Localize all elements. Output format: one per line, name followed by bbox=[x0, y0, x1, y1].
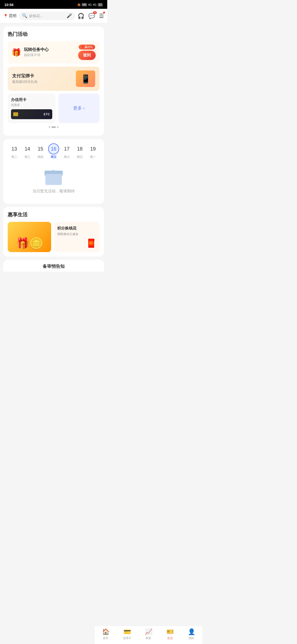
menu-button[interactable]: ☰ bbox=[99, 13, 104, 19]
teaser-section: 备审悄告知 bbox=[3, 260, 104, 272]
hui-right-subtitle: 领取微信立减金 bbox=[57, 232, 96, 236]
credit-card-subtitle: 优惠多 bbox=[11, 103, 52, 107]
menu-dot bbox=[103, 12, 105, 13]
cal-num-13: 13 bbox=[9, 143, 20, 154]
cal-day-16-active[interactable]: 16 周五 bbox=[48, 143, 60, 159]
cal-day-14[interactable]: 14 周三 bbox=[21, 143, 34, 159]
task-subtitle: 福利享不停 bbox=[24, 53, 78, 58]
task-info: 玩转任务中心 福利享不停 bbox=[24, 47, 78, 58]
cal-day-19[interactable]: 19 周一 bbox=[87, 143, 99, 159]
signal-4g-2: 4G bbox=[93, 3, 97, 6]
cal-day-18[interactable]: 18 周日 bbox=[74, 143, 86, 159]
calendar-section: 13 周二 14 周三 15 周四 16 周五 17 周六 18 周日 bbox=[3, 139, 104, 204]
cal-label-18: 周日 bbox=[77, 155, 83, 159]
hui-right-card[interactable]: 积分换钱花 领取微信立减金 🧧 bbox=[54, 222, 100, 252]
cal-label-16: 周五 bbox=[51, 155, 57, 159]
cal-num-19: 19 bbox=[87, 143, 98, 154]
message-badge: 4 bbox=[93, 11, 97, 14]
alipay-banner[interactable]: 支付宝绑卡 最高领103元礼包 📱 bbox=[8, 67, 100, 91]
cal-num-16: 16 bbox=[48, 143, 59, 154]
search-icon: 🔍 bbox=[22, 13, 28, 18]
alipay-text: 支付宝绑卡 最高领103元礼包 bbox=[12, 73, 37, 84]
cal-label-14: 周三 bbox=[24, 155, 31, 159]
main-content: 热门活动 🎁 玩转任务中心 福利享不停 🚩 赢好礼 签到 支付宝绑卡 最高领10… bbox=[0, 23, 107, 291]
hd-icon: HD bbox=[82, 3, 87, 6]
empty-text: 当日暂无活动，敬请期待 bbox=[32, 189, 75, 194]
header: 📍 昆明 🔍 缺钱花... 🎤 🎧 💬 4 ☰ bbox=[0, 9, 107, 23]
cal-day-13[interactable]: 13 周二 bbox=[8, 143, 20, 159]
flag-icon: 🚩 bbox=[81, 46, 84, 49]
hui-right-title: 积分换钱花 bbox=[57, 226, 96, 231]
credit-card-tile[interactable]: 办信用卡 优惠多 ETC bbox=[8, 94, 56, 123]
cal-label-15: 周四 bbox=[37, 155, 43, 159]
carousel-dots bbox=[8, 126, 100, 128]
cal-num-18: 18 bbox=[74, 143, 85, 154]
hot-activities-card: 热门活动 🎁 玩转任务中心 福利享不停 🚩 赢好礼 签到 支付宝绑卡 最高领10… bbox=[3, 26, 104, 136]
status-time: 10:56 bbox=[4, 3, 13, 7]
message-button[interactable]: 💬 4 bbox=[88, 13, 95, 19]
search-bar[interactable]: 🔍 缺钱花... 🎤 bbox=[19, 12, 75, 20]
dot-3 bbox=[57, 126, 59, 128]
calendar-row: 13 周二 14 周三 15 周四 16 周五 17 周六 18 周日 bbox=[8, 143, 100, 159]
box-icon: ✦ bbox=[44, 168, 63, 185]
header-actions: 🎧 💬 4 ☰ bbox=[78, 13, 104, 19]
checkin-button[interactable]: 签到 bbox=[78, 51, 96, 60]
task-center-row[interactable]: 🎁 玩转任务中心 福利享不停 🚩 赢好礼 签到 bbox=[8, 41, 100, 63]
box-body bbox=[45, 174, 62, 185]
alipay-image: 📱 bbox=[76, 70, 95, 87]
hui-left-card[interactable]: 🎁🪙 bbox=[8, 222, 51, 252]
customer-service-button[interactable]: 🎧 bbox=[78, 13, 84, 19]
cal-num-14: 14 bbox=[22, 143, 33, 154]
more-tile[interactable]: 更多 › bbox=[58, 94, 100, 123]
location-icon: 📍 bbox=[3, 14, 8, 18]
dot-2-active bbox=[51, 126, 56, 128]
hui-right-image: 🧧 bbox=[86, 238, 96, 248]
location-button[interactable]: 📍 昆明 bbox=[3, 13, 16, 18]
credit-card-title: 办信用卡 bbox=[11, 97, 52, 102]
voice-icon[interactable]: 🎤 bbox=[67, 13, 72, 18]
empty-state: ✦ 当日暂无活动，敬请期待 bbox=[8, 160, 100, 199]
dot-1 bbox=[49, 126, 50, 128]
cal-day-15[interactable]: 15 周四 bbox=[34, 143, 46, 159]
signal-4g-1: 4G bbox=[88, 3, 92, 6]
search-placeholder: 缺钱花... bbox=[29, 13, 65, 18]
hui-left-image: 🎁🪙 bbox=[16, 237, 43, 250]
cal-num-17: 17 bbox=[61, 143, 72, 154]
teaser-title: 备审悄告知 bbox=[8, 264, 100, 269]
task-action: 🚩 赢好礼 签到 bbox=[78, 45, 96, 60]
mute-icon: 🔕 bbox=[77, 3, 81, 6]
two-col-section: 办信用卡 优惠多 ETC 更多 › bbox=[8, 94, 100, 123]
more-label: 更多 › bbox=[73, 105, 85, 111]
alipay-title: 支付宝绑卡 bbox=[12, 73, 37, 79]
location-text: 昆明 bbox=[9, 13, 16, 18]
card-chip bbox=[13, 112, 18, 116]
hui-title: 惠享生活 bbox=[8, 211, 100, 218]
hui-section: 惠享生活 🎁🪙 积分换钱花 领取微信立减金 🧧 bbox=[3, 207, 104, 256]
hot-activities-title: 热门活动 bbox=[8, 31, 100, 37]
card-brand: ETC bbox=[44, 113, 50, 116]
cal-day-17[interactable]: 17 周六 bbox=[61, 143, 73, 159]
card-visual: ETC bbox=[11, 109, 52, 119]
win-badge: 🚩 赢好礼 bbox=[79, 45, 95, 50]
task-title: 玩转任务中心 bbox=[24, 47, 78, 52]
cal-label-19: 周一 bbox=[90, 155, 96, 159]
status-icons: 🔕 HD 4G 4G 83 bbox=[77, 3, 103, 7]
alipay-subtitle: 最高领103元礼包 bbox=[12, 80, 37, 84]
gift-icon: 🎁 bbox=[12, 48, 21, 57]
cal-label-13: 周二 bbox=[11, 155, 17, 159]
battery-icon: 83 bbox=[98, 3, 103, 7]
status-bar: 10:56 🔕 HD 4G 4G 83 bbox=[0, 0, 107, 9]
cal-label-17: 周六 bbox=[64, 155, 70, 159]
cal-num-15: 15 bbox=[35, 143, 46, 154]
hui-grid: 🎁🪙 积分换钱花 领取微信立减金 🧧 bbox=[8, 222, 100, 252]
